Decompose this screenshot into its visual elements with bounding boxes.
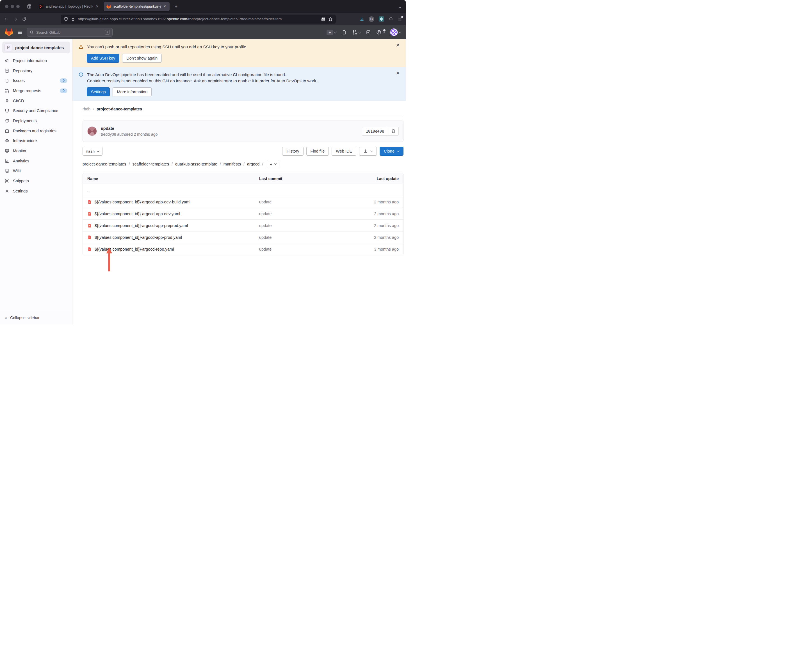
url-path: /rhdh/project-dance-templates/-/tree/mai…: [187, 17, 282, 21]
merge-request-icon: [5, 89, 9, 93]
url-bar[interactable]: https://gitlab-gitlab.apps.cluster-d5nh9…: [61, 15, 336, 24]
reader-mode-icon[interactable]: [321, 17, 325, 21]
list-all-tabs-icon[interactable]: [399, 4, 403, 9]
last-commit-link[interactable]: update: [259, 235, 339, 240]
clone-button[interactable]: Clone: [380, 147, 403, 156]
file-name-link[interactable]: ${{values.component_id}}-argocd-app-prep…: [95, 223, 188, 228]
sidebar-project-header[interactable]: P project-dance-templates: [2, 41, 70, 54]
add-file-button[interactable]: +: [267, 160, 279, 168]
tab-close-icon[interactable]: ✕: [163, 5, 167, 8]
tab-close-icon[interactable]: ✕: [95, 5, 99, 8]
find-file-button[interactable]: Find file: [306, 147, 329, 156]
table-row[interactable]: ${{values.component_id}}-argocd-app-dev-…: [83, 196, 403, 208]
table-row[interactable]: ${{values.component_id}}-argocd-app-dev.…: [83, 208, 403, 220]
lock-icon[interactable]: [71, 17, 75, 21]
sidebar-item-merge-requests[interactable]: Merge requests 0: [0, 86, 72, 96]
sidebar-item-settings[interactable]: Settings: [0, 186, 72, 196]
breadcrumb-group-link[interactable]: rhdh: [82, 107, 90, 111]
sidebar-item-cicd[interactable]: CI/CD: [0, 96, 72, 106]
window-controls[interactable]: [5, 5, 20, 8]
issues-icon[interactable]: [342, 30, 347, 35]
table-row[interactable]: ${{values.component_id}}-argocd-app-prod…: [83, 231, 403, 243]
devops-banner-line1: The Auto DevOps pipeline has been enable…: [87, 72, 317, 78]
forward-icon[interactable]: [13, 17, 17, 21]
last-commit-link[interactable]: update: [259, 247, 339, 251]
path-segment[interactable]: manifests: [223, 162, 241, 166]
tracking-protection-shield-icon[interactable]: [64, 17, 68, 21]
reload-icon[interactable]: [22, 17, 26, 21]
file-name-link[interactable]: ${{values.component_id}}-argocd-app-prod…: [95, 235, 182, 240]
bitwarden-extension-icon[interactable]: B: [369, 16, 374, 22]
help-menu-button[interactable]: [376, 30, 385, 35]
menu-icon[interactable]: [398, 17, 402, 21]
bookmark-star-icon[interactable]: [328, 17, 333, 21]
file-name-link[interactable]: ${{values.component_id}}-argocd-app-dev.…: [95, 211, 180, 216]
sidebar-item-wiki[interactable]: Wiki: [0, 166, 72, 176]
devops-settings-button[interactable]: Settings: [87, 87, 110, 96]
firefox-view-icon[interactable]: [24, 4, 34, 9]
collapse-sidebar-button[interactable]: « Collapse sidebar: [0, 311, 72, 324]
menu-notification-dot: [401, 16, 403, 18]
sidebar-item-project-information[interactable]: Project information: [0, 56, 72, 66]
user-menu-button[interactable]: [390, 28, 401, 36]
table-row[interactable]: ${{values.component_id}}-argocd-app-prep…: [83, 220, 403, 231]
branch-selector[interactable]: main: [82, 147, 102, 156]
auto-devops-banner: The Auto DevOps pipeline has been enable…: [72, 67, 406, 101]
gitlab-logo[interactable]: [5, 28, 13, 37]
merge-requests-count-badge: 0: [60, 89, 67, 93]
parent-directory-link[interactable]: ..: [83, 188, 259, 193]
todos-icon[interactable]: [366, 30, 371, 35]
last-commit-link[interactable]: update: [259, 223, 339, 228]
sidebar-item-infrastructure[interactable]: Infrastructure: [0, 136, 72, 146]
sidebar-item-monitor[interactable]: Monitor: [0, 146, 72, 156]
dont-show-again-button[interactable]: Don't show again: [122, 54, 162, 63]
sidebar-item-analytics[interactable]: Analytics: [0, 156, 72, 166]
search-input[interactable]: [36, 31, 103, 35]
sidebar-item-repository[interactable]: Repository: [0, 66, 72, 76]
window-zoom-button[interactable]: [16, 5, 20, 8]
copy-commit-hash-button[interactable]: [388, 127, 398, 135]
path-segment[interactable]: argocd: [247, 162, 259, 166]
merge-request-icon: [352, 30, 357, 35]
sidebar-item-issues[interactable]: Issues 0: [0, 76, 72, 86]
download-source-button[interactable]: [359, 147, 377, 156]
tab-scaffolder-templates[interactable]: scaffolder-templates/quarkus-st ✕: [104, 2, 169, 11]
history-button[interactable]: History: [282, 147, 303, 156]
sidebar-item-packages[interactable]: Packages and registries: [0, 126, 72, 136]
tab-andrew-app[interactable]: andrew-app | Topology | Red Ha ✕: [36, 2, 102, 11]
breadcrumb-project-link[interactable]: project-dance-templates: [96, 107, 142, 111]
window-close-button[interactable]: [5, 5, 8, 8]
last-commit-link[interactable]: update: [259, 200, 339, 204]
close-icon[interactable]: ✕: [396, 43, 400, 48]
last-commit-link[interactable]: update: [259, 211, 339, 216]
sidebar-item-deployments[interactable]: Deployments: [0, 116, 72, 126]
sidebar-item-security[interactable]: Security and Compliance: [0, 106, 72, 116]
new-tab-button[interactable]: +: [171, 4, 181, 9]
sidebar-nav: Project information Repository Issues 0 …: [0, 56, 72, 196]
path-segment[interactable]: quarkus-stssc-template: [175, 162, 217, 166]
more-information-button[interactable]: More information: [113, 87, 152, 96]
window-minimize-button[interactable]: [11, 5, 14, 8]
sidebar-item-snippets[interactable]: Snippets: [0, 176, 72, 186]
add-ssh-key-button[interactable]: Add SSH key: [87, 54, 119, 63]
commit-author-avatar: [87, 126, 97, 136]
extensions-puzzle-icon[interactable]: [389, 17, 393, 21]
merge-requests-menu-button[interactable]: [352, 30, 360, 35]
back-icon[interactable]: [4, 17, 8, 21]
url-text[interactable]: https://gitlab-gitlab.apps.cluster-d5nh9…: [78, 17, 318, 21]
path-segment[interactable]: scaffolder-templates: [133, 162, 169, 166]
commit-message-link[interactable]: update: [101, 126, 157, 131]
file-name-link[interactable]: ${{values.component_id}}-argocd-app-dev-…: [95, 200, 190, 204]
close-icon[interactable]: ✕: [396, 71, 400, 76]
table-header-row: Name Last commit Last update: [83, 173, 403, 184]
parent-directory-row[interactable]: ..: [83, 184, 403, 196]
web-ide-button[interactable]: Web IDE: [331, 147, 356, 156]
hamburger-menu-icon[interactable]: [17, 30, 23, 35]
downloads-icon[interactable]: [360, 17, 364, 21]
new-menu-button[interactable]: +: [327, 30, 336, 35]
path-segment[interactable]: project-dance-templates: [82, 162, 126, 166]
table-row[interactable]: ${{values.component_id}}-argocd-repo.yam…: [83, 243, 403, 255]
extension-icon[interactable]: [379, 16, 384, 21]
gitlab-search-box[interactable]: /: [27, 28, 113, 37]
rocket-icon: [5, 99, 9, 103]
